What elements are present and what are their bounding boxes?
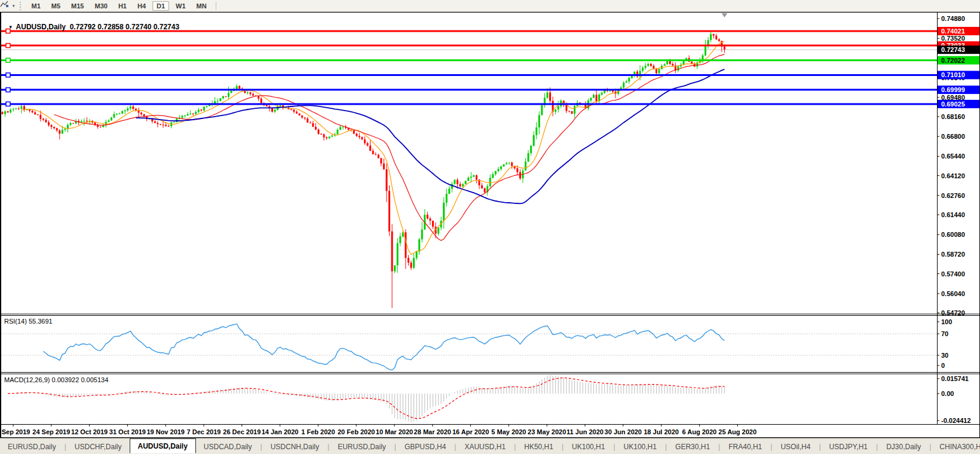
toolbar-grip [20, 2, 24, 10]
tab-uk100-h1[interactable]: UK100,H1 [564, 440, 612, 453]
tab-usoil-h4[interactable]: USOil,H4 [773, 440, 818, 453]
svg-text:0.68160: 0.68160 [941, 113, 965, 120]
svg-text:0.66800: 0.66800 [941, 133, 965, 140]
svg-text:30 Jun 2020: 30 Jun 2020 [605, 428, 642, 435]
timeframe-button-m15[interactable]: M15 [67, 1, 88, 11]
svg-text:0.65440: 0.65440 [941, 153, 965, 160]
tab-usdjpy-h1[interactable]: USDJPY,H1 [822, 440, 875, 453]
svg-text:5 May 2020: 5 May 2020 [491, 428, 526, 435]
toolbar-separator [216, 2, 216, 10]
svg-text:0.72022: 0.72022 [941, 57, 965, 64]
tab-audusd-daily[interactable]: AUDUSD,Daily [130, 438, 196, 453]
svg-text:24 Sep 2019: 24 Sep 2019 [32, 428, 70, 435]
tab-eurusd-daily[interactable]: EURUSD,Daily [0, 440, 64, 453]
hline-handle[interactable] [6, 88, 10, 92]
svg-text:0.74021: 0.74021 [941, 28, 965, 35]
svg-text:14 Jan 2020: 14 Jan 2020 [262, 428, 299, 435]
tool-dropdown-icon[interactable]: ▾ [13, 4, 15, 8]
timeframe-button-w1[interactable]: W1 [172, 1, 190, 11]
svg-text:11 Jun 2020: 11 Jun 2020 [566, 428, 604, 435]
svg-text:0.72743: 0.72743 [941, 46, 965, 53]
svg-text:100: 100 [941, 318, 952, 325]
svg-text:0.73520: 0.73520 [941, 35, 965, 42]
svg-text:1 Feb 2020: 1 Feb 2020 [301, 428, 335, 435]
svg-text:0.57400: 0.57400 [941, 270, 965, 278]
svg-text:7 Dec 2019: 7 Dec 2019 [187, 428, 221, 435]
svg-text:28 Mar 2020: 28 Mar 2020 [414, 428, 451, 435]
svg-text:18 Jul 2020: 18 Jul 2020 [644, 428, 679, 435]
tab-usdchf-daily[interactable]: USDCHF,Daily [67, 440, 130, 453]
timeframe-button-d1[interactable]: D1 [152, 1, 169, 11]
svg-text:10 Mar 2020: 10 Mar 2020 [376, 428, 413, 435]
svg-text:23 May 2020: 23 May 2020 [528, 428, 566, 435]
svg-text:26 Dec 2019: 26 Dec 2019 [223, 428, 261, 435]
svg-text:12 Oct 2019: 12 Oct 2019 [71, 428, 108, 435]
timeframe-button-h1[interactable]: H1 [114, 1, 131, 11]
svg-text:-0.024412: -0.024412 [941, 417, 971, 424]
svg-text:0.74880: 0.74880 [941, 15, 965, 22]
svg-text:20 Feb 2020: 20 Feb 2020 [338, 428, 375, 435]
tab-xauusd-h1[interactable]: XAUUSD,H1 [457, 440, 513, 453]
svg-text:0.00: 0.00 [941, 390, 954, 397]
svg-text:0.61440: 0.61440 [941, 211, 965, 218]
svg-text:0.64120: 0.64120 [941, 172, 965, 179]
tab-usdcad-daily[interactable]: USDCAD,Daily [196, 440, 260, 453]
svg-text:31 Oct 2019: 31 Oct 2019 [109, 428, 146, 435]
svg-text:0.56040: 0.56040 [941, 290, 965, 297]
svg-text:0.69025: 0.69025 [941, 100, 965, 108]
svg-text:0.62760: 0.62760 [941, 192, 965, 199]
timeframe-button-m5[interactable]: M5 [47, 1, 65, 11]
toolbar: ▾ M1M5M15M30H1H4D1W1MN [0, 0, 980, 12]
hline-handle[interactable] [6, 44, 10, 48]
svg-text:0: 0 [941, 362, 945, 369]
hline-handle[interactable] [6, 58, 10, 62]
timeframe-button-mn[interactable]: MN [192, 1, 211, 11]
svg-text:0.60080: 0.60080 [941, 231, 965, 238]
tab-eurusd-daily[interactable]: EURUSD,Daily [330, 440, 394, 453]
svg-text:70: 70 [941, 330, 948, 337]
timeframe-buttons: M1M5M15M30H1H4D1W1MN [26, 1, 212, 11]
tab-hk50-h1[interactable]: HK50,H1 [516, 440, 561, 453]
svg-text:0.015741: 0.015741 [941, 375, 969, 382]
svg-text:0.71010: 0.71010 [941, 71, 965, 78]
svg-text:30: 30 [941, 352, 948, 359]
tab-uk100-h1[interactable]: UK100,H1 [616, 440, 664, 453]
svg-text:6 Aug 2020: 6 Aug 2020 [682, 428, 717, 435]
chart-canvas: 0.748800.735200.721400.708400.694800.681… [0, 0, 980, 454]
tab-ger30-h1[interactable]: GER30,H1 [667, 440, 718, 453]
svg-text:0.54720: 0.54720 [941, 309, 965, 316]
timeframe-button-m1[interactable]: M1 [27, 1, 45, 11]
tab-usdcnh-daily[interactable]: USDCNH,Daily [263, 440, 327, 453]
hline-handle[interactable] [6, 73, 10, 77]
tab-dj30-daily[interactable]: DJ30,Daily [878, 440, 929, 453]
svg-text:25 Aug 2020: 25 Aug 2020 [718, 428, 757, 435]
svg-text:5 Sep 2019: 5 Sep 2019 [0, 428, 30, 435]
draw-tool-icon[interactable] [2, 2, 11, 10]
hline-handle[interactable] [6, 102, 10, 106]
timeframe-button-m30[interactable]: M30 [90, 1, 111, 11]
tab-fra40-h1[interactable]: FRA40,H1 [721, 440, 770, 453]
hline-handle[interactable] [6, 29, 10, 33]
svg-text:0.69999: 0.69999 [941, 86, 965, 93]
svg-text:0.58720: 0.58720 [941, 251, 965, 258]
timeframe-button-h4[interactable]: H4 [133, 1, 150, 11]
svg-text:19 Nov 2019: 19 Nov 2019 [146, 428, 185, 435]
tab-china300-h1[interactable]: CHINA300,H1 [932, 440, 980, 453]
svg-text:16 Apr 2020: 16 Apr 2020 [452, 428, 489, 435]
chart-tabs: EURUSD,Daily|USDCHF,DailyAUDUSD,DailyUSD… [0, 440, 980, 453]
tab-gbpusd-h4[interactable]: GBPUSD,H4 [397, 440, 454, 453]
chart-tab-bar: EURUSD,Daily|USDCHF,DailyAUDUSD,DailyUSD… [0, 438, 980, 454]
